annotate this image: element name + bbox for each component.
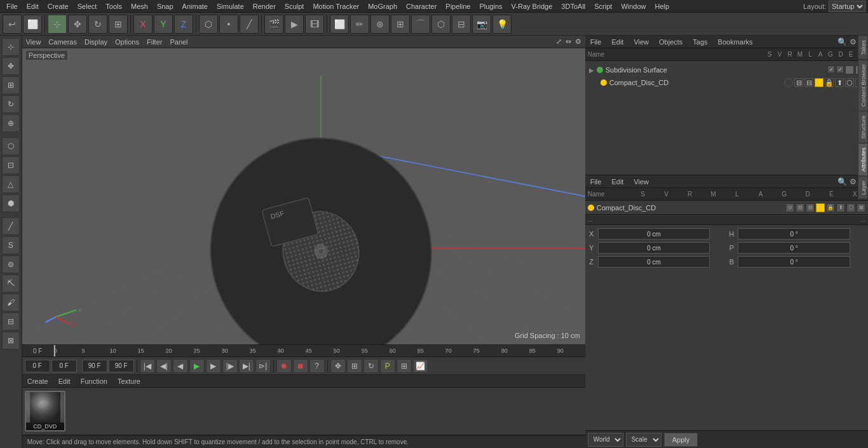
menu-3dtoall[interactable]: 3DToAll — [557, 1, 589, 11]
next-frame-btn[interactable]: ▶ — [206, 359, 221, 373]
attr-icon4[interactable] — [816, 203, 825, 212]
obj-tab-bookmarks[interactable]: Bookmarks — [715, 37, 756, 47]
b-rot-input[interactable] — [738, 256, 850, 268]
viewport-menu-filter[interactable]: Filter — [147, 38, 162, 46]
menu-pipeline[interactable]: Pipeline — [442, 1, 474, 11]
attr-icon8[interactable]: ⊠ — [857, 203, 865, 212]
go-to-start-btn[interactable]: |◀ — [140, 359, 155, 373]
tool-poly2[interactable]: ⊡ — [2, 156, 20, 174]
tool-magnet[interactable]: ⊟ — [2, 313, 20, 330]
tool-move[interactable]: ✥ — [2, 57, 20, 75]
layout-select[interactable]: Startup — [829, 1, 865, 12]
viewport-menu-view[interactable]: View — [26, 38, 41, 46]
attr-settings-icon[interactable]: ⚙ — [850, 177, 857, 186]
side-tab-layer[interactable]: Layer — [858, 176, 868, 200]
point-mode[interactable]: • — [219, 15, 238, 34]
tool-scale[interactable]: ⊞ — [2, 76, 20, 94]
attr-icon3[interactable]: ⊟ — [806, 203, 815, 212]
obj-search-icon[interactable]: 🔍 — [837, 37, 847, 46]
redo-button[interactable]: ⬜ — [23, 15, 42, 34]
obj-cd-icon1[interactable] — [784, 78, 793, 87]
motion-clip-btn[interactable]: P — [380, 359, 395, 373]
menu-file[interactable]: File — [3, 1, 22, 11]
polygon-tool[interactable]: ⬡ — [431, 15, 451, 34]
viewport-menu-panel[interactable]: Panel — [170, 38, 187, 46]
move-transport-btn[interactable]: ✥ — [330, 359, 346, 373]
rotate-tool[interactable]: ↻ — [88, 15, 107, 34]
y-pos-input[interactable] — [598, 242, 710, 254]
brush-tool[interactable]: ⌒ — [411, 15, 430, 34]
side-tab-content-browser[interactable]: Content Browser — [858, 60, 868, 111]
attr-tab-view[interactable]: View — [631, 177, 651, 187]
viewport-icon-arrows[interactable]: ⇔ — [566, 37, 571, 46]
viewport-3d[interactable]: Perspective — [22, 48, 585, 344]
obj-cd-icon4[interactable] — [815, 78, 824, 87]
obj-tab-edit[interactable]: Edit — [609, 37, 626, 47]
side-tab-structure[interactable]: Structure — [858, 111, 868, 144]
attr-tab-file[interactable]: File — [588, 177, 604, 187]
obj-tab-objects[interactable]: Objects — [656, 37, 685, 47]
obj-cd-icon2[interactable]: ⊟ — [794, 78, 803, 87]
tool-circle[interactable]: ⊚ — [2, 255, 20, 273]
move-tool[interactable]: ✥ — [68, 15, 87, 34]
scale-tool[interactable]: ⊞ — [109, 15, 128, 34]
menu-motion-tracker[interactable]: Motion Tracker — [309, 1, 363, 11]
obj-cd-icon7[interactable]: ⬡ — [845, 78, 854, 87]
menu-window[interactable]: Window — [617, 1, 649, 11]
tool-wrap[interactable]: ⊠ — [2, 332, 20, 350]
attr-tab-edit[interactable]: Edit — [609, 177, 626, 187]
obj-flag-extra1[interactable] — [845, 65, 854, 74]
start-frame-input[interactable] — [25, 360, 50, 372]
material-thumbnail[interactable]: CD_DVD — [25, 391, 65, 431]
obj-flag-v[interactable]: ✓ — [836, 65, 844, 73]
menu-render[interactable]: Render — [249, 1, 280, 11]
obj-tab-view[interactable]: View — [631, 37, 651, 47]
timeline[interactable]: 0 F 0 5 10 15 20 25 30 35 40 45 50 55 60… — [22, 344, 585, 357]
prev-key-btn[interactable]: ◀| — [156, 359, 172, 373]
attr-icon6[interactable]: ⬆ — [836, 203, 845, 212]
attr-object-row[interactable]: Compact_Disc_CD ⊙ ⊟ ⊟ 🔒 ⬆ ⬡ ⊠ — [585, 201, 868, 215]
menu-mesh[interactable]: Mesh — [127, 1, 152, 11]
z-axis[interactable]: Z — [174, 15, 193, 34]
menu-sculpt[interactable]: Sculpt — [281, 1, 308, 11]
prev-frame-btn[interactable]: ◀ — [173, 359, 188, 373]
expand-arrow[interactable]: ▶ — [589, 67, 594, 74]
obj-flag-s[interactable]: ✓ — [827, 65, 835, 73]
cube-tool[interactable]: ⬜ — [330, 15, 349, 34]
menu-edit[interactable]: Edit — [23, 1, 43, 11]
obj-cd-icon5[interactable]: 🔒 — [825, 78, 834, 87]
tool-stamp[interactable]: S — [2, 236, 20, 254]
scale-transport-btn[interactable]: ⊞ — [347, 359, 362, 373]
menu-select[interactable]: Select — [74, 1, 101, 11]
menu-help[interactable]: Help — [651, 1, 674, 11]
viewport-icon-expand[interactable]: ⤢ — [556, 37, 562, 46]
p-rot-input[interactable] — [738, 242, 850, 254]
tool-rotate[interactable]: ↻ — [2, 95, 20, 113]
next-key-btn[interactable]: |▶ — [222, 359, 238, 373]
menu-mograph[interactable]: MoGraph — [364, 1, 401, 11]
current-frame-input[interactable] — [51, 360, 77, 372]
array-tool[interactable]: ⊞ — [391, 15, 410, 34]
menu-character[interactable]: Character — [402, 1, 440, 11]
mat-tab-edit[interactable]: Edit — [56, 376, 73, 386]
menu-simulate[interactable]: Simulate — [213, 1, 248, 11]
menu-script[interactable]: Script — [590, 1, 616, 11]
menu-animate[interactable]: Animate — [179, 1, 212, 11]
tool-sculpt[interactable]: ⛏ — [2, 275, 20, 292]
loop-btn[interactable]: ↻ — [363, 359, 379, 373]
object-mode[interactable]: ⬡ — [199, 15, 218, 34]
obj-tab-tags[interactable]: Tags — [690, 37, 710, 47]
attr-icon7[interactable]: ⬡ — [846, 203, 855, 212]
edge-mode[interactable]: ╱ — [240, 15, 259, 34]
attr-icon5[interactable]: 🔒 — [826, 203, 835, 212]
viewport-menu-options[interactable]: Options — [115, 38, 139, 46]
undo-button[interactable]: ↩ — [3, 15, 22, 34]
z-pos-input[interactable] — [598, 256, 710, 268]
tool-deform[interactable]: ⊕ — [2, 114, 20, 132]
play-btn[interactable]: ▶ — [189, 359, 205, 373]
camera-tool[interactable]: 📷 — [472, 15, 491, 34]
spline-tool[interactable]: ⊛ — [370, 15, 390, 34]
floor-tool[interactable]: ⊟ — [452, 15, 471, 34]
menu-create[interactable]: Create — [44, 1, 72, 11]
go-to-last-btn[interactable]: ⊳| — [255, 359, 271, 373]
